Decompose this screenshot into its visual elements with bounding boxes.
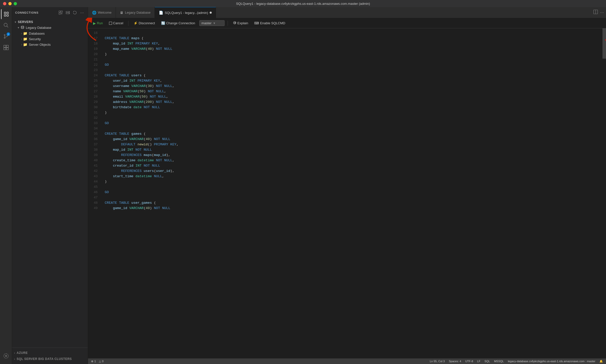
- line-number: 25: [88, 78, 101, 83]
- maximize-button[interactable]: [14, 2, 17, 5]
- code-line[interactable]: [101, 115, 602, 121]
- disconnect-icon: ⚡: [134, 21, 138, 25]
- code-line[interactable]: ): [101, 179, 602, 184]
- encoding-info[interactable]: UTF-8: [465, 360, 473, 363]
- tab-sql-query[interactable]: 📄 SQLQuery1 - legacy...(admin): [155, 7, 216, 18]
- code-line[interactable]: birthdate date NOT NULL: [101, 105, 602, 110]
- code-line[interactable]: map_id INT PRIMARY KEY,: [101, 41, 602, 46]
- cancel-button[interactable]: Cancel: [107, 20, 125, 26]
- sidebar-bottom: › AZURE › SQL SERVER BIG DATA CLUSTERS: [12, 348, 88, 364]
- code-line[interactable]: CREATE TABLE maps (: [101, 36, 602, 41]
- minimap-scrollbar[interactable]: [602, 28, 606, 358]
- svg-rect-11: [6, 45, 8, 47]
- code-line[interactable]: CREATE TABLE users (: [101, 73, 602, 78]
- activity-search-icon[interactable]: [1, 20, 11, 30]
- cancel-label: Cancel: [113, 21, 123, 25]
- code-line[interactable]: name VARCHAR(50) NOT NULL,: [101, 89, 602, 94]
- code-line[interactable]: address VARCHAR(200) NOT NULL,: [101, 99, 602, 105]
- code-line[interactable]: CREATE TABLE games (: [101, 131, 602, 136]
- line-number: 20: [88, 52, 101, 57]
- code-line[interactable]: CREATE TABLE user_games (: [101, 200, 602, 206]
- activity-settings-icon[interactable]: [1, 351, 11, 361]
- servers-header[interactable]: ▼ SERVERS: [12, 19, 88, 25]
- code-line[interactable]: [101, 30, 602, 36]
- run-button[interactable]: ▶ Run: [91, 20, 105, 26]
- activity-connections-icon[interactable]: [1, 9, 11, 19]
- run-icon: ▶: [93, 21, 96, 25]
- legacy-tab-label: Legacy Database: [125, 11, 150, 14]
- scrollbar-thumb[interactable]: [602, 28, 606, 59]
- code-line[interactable]: REFERENCES maps(map_id),: [101, 152, 602, 158]
- code-line[interactable]: map_name VARCHAR(40) NOT NULL: [101, 46, 602, 52]
- warning-count: 0: [102, 360, 103, 363]
- sql-big-data-section[interactable]: › SQL SERVER BIG DATA CLUSTERS: [12, 356, 88, 362]
- code-line[interactable]: DEFAULT newid() PRIMARY KEY,: [101, 142, 602, 147]
- activity-git-icon[interactable]: 1: [1, 31, 11, 41]
- line-number: 30: [88, 105, 101, 110]
- tab-legacy-database[interactable]: 🖥 Legacy Database: [116, 7, 155, 18]
- line-ending-info[interactable]: LF: [477, 360, 481, 363]
- activity-extensions-icon[interactable]: [1, 42, 11, 53]
- close-button[interactable]: [3, 2, 6, 5]
- tree-item-legacy-database[interactable]: ▼ Legacy Database: [12, 25, 88, 31]
- tree-item-databases[interactable]: › 📁 Databases: [12, 31, 88, 36]
- change-connection-button[interactable]: 🔄 Change Connection: [159, 20, 197, 26]
- code-line[interactable]: ): [101, 110, 602, 115]
- code-line[interactable]: start_time datetime NULL,: [101, 174, 602, 179]
- databases-folder-icon: 📁: [23, 31, 27, 35]
- code-line[interactable]: [101, 67, 602, 73]
- ellipsis-icon[interactable]: ⋯: [79, 10, 85, 15]
- code-line[interactable]: [101, 126, 602, 131]
- code-line[interactable]: GO: [101, 190, 602, 195]
- code-line[interactable]: email VARCHAR(50) NOT NULL,: [101, 94, 602, 99]
- language-info[interactable]: SQL: [484, 360, 490, 363]
- code-line[interactable]: GO: [101, 62, 602, 67]
- tree-item-server-objects[interactable]: › 📁 Server Objects: [12, 42, 88, 47]
- line-number: 41: [88, 163, 101, 168]
- more-tabs-icon[interactable]: ⋯: [600, 10, 604, 15]
- minimize-button[interactable]: [8, 2, 12, 5]
- new-connection-icon[interactable]: [58, 10, 63, 15]
- explain-button[interactable]: Explain: [231, 20, 250, 26]
- code-line[interactable]: create_time datetime NOT NULL,: [101, 158, 602, 163]
- code-line[interactable]: game_id VARCHAR(40) NOT NULL: [101, 136, 602, 142]
- enable-sqlcmd-button[interactable]: ⌨ Enable SQLCMD: [252, 20, 287, 26]
- code-line[interactable]: creator_id INT NOT NULL: [101, 163, 602, 168]
- add-server-icon[interactable]: [65, 10, 71, 15]
- spaces-info[interactable]: Spaces: 4: [449, 360, 461, 363]
- azure-section[interactable]: › AZURE: [12, 350, 88, 356]
- connection-dropdown[interactable]: master ▾: [199, 20, 225, 26]
- code-line[interactable]: game_id VARCHAR(40) NOT NULL: [101, 206, 602, 211]
- notification-icon[interactable]: 🔔: [599, 360, 603, 363]
- code-line[interactable]: [101, 184, 602, 190]
- sidebar-tree: ▼ SERVERS ▼ Legacy Database: [12, 18, 88, 348]
- line-number: 35: [88, 131, 101, 136]
- cursor-position[interactable]: Ln 55, Col 3: [430, 360, 445, 363]
- tab-welcome[interactable]: 🌐 Welcome: [88, 7, 116, 18]
- split-editor-icon[interactable]: [593, 10, 598, 15]
- servers-section: ▼ SERVERS ▼ Legacy Database: [12, 19, 88, 47]
- code-line[interactable]: user_id INT PRIMARY KEY,: [101, 78, 602, 83]
- code-line[interactable]: ): [101, 52, 602, 57]
- code-line[interactable]: REFERENCES users(user_id),: [101, 168, 602, 174]
- tree-item-security[interactable]: › 📁 Security: [12, 36, 88, 42]
- code-line[interactable]: GO: [101, 121, 602, 126]
- svg-point-8: [4, 37, 5, 38]
- status-errors[interactable]: ⊗ 1 △ 0: [91, 360, 103, 363]
- code-line[interactable]: [101, 57, 602, 62]
- refresh-icon[interactable]: [72, 10, 78, 15]
- code-line[interactable]: [101, 195, 602, 200]
- db-type-info[interactable]: MSSQL: [494, 360, 504, 363]
- code-line[interactable]: username VARCHAR(30) NOT NULL,: [101, 83, 602, 89]
- code-line[interactable]: map_id INT NOT NULL: [101, 147, 602, 152]
- disconnect-button[interactable]: ⚡ Disconnect: [132, 20, 157, 26]
- connection-info[interactable]: legacy-database.cv6ykrzkgphs.us-east-1.r…: [508, 360, 595, 363]
- svg-rect-1: [7, 12, 8, 14]
- status-bar-left: ⊗ 1 △ 0: [91, 360, 103, 363]
- cancel-icon: [109, 22, 112, 25]
- run-label: Run: [97, 21, 103, 25]
- connection-value: master: [202, 21, 212, 25]
- code-editor[interactable]: CREATE TABLE maps ( map_id INT PRIMARY K…: [101, 28, 602, 358]
- toolbar-separator-1: [128, 21, 128, 26]
- sql-big-data-label: SQL SERVER BIG DATA CLUSTERS: [17, 357, 72, 361]
